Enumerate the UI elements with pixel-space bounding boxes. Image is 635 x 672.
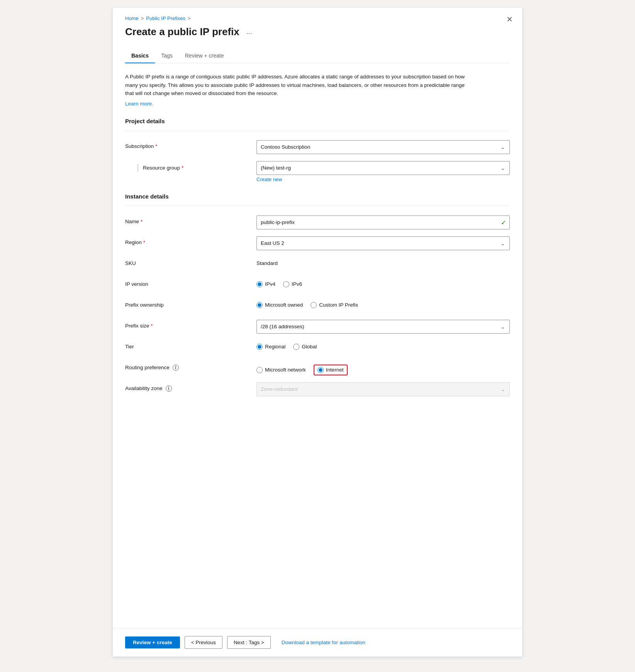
- panel-body: A Public IP prefix is a range of contigu…: [113, 63, 522, 657]
- tier-global-radio[interactable]: [293, 344, 299, 350]
- tab-bar: Basics Tags Review + create: [125, 49, 510, 63]
- region-select[interactable]: East US 2: [256, 236, 510, 250]
- name-required: *: [141, 219, 143, 224]
- tier-control: Regional Global: [256, 341, 510, 350]
- review-create-button[interactable]: Review + create: [125, 636, 180, 648]
- routing-internet[interactable]: Internet: [318, 367, 344, 373]
- ip-version-ipv6-label: IPv6: [292, 281, 302, 287]
- availability-zone-select: Zone-redundant: [256, 382, 510, 396]
- tier-regional-label: Regional: [265, 344, 285, 350]
- name-check-icon: ✓: [501, 219, 506, 226]
- region-row: Region * East US 2: [125, 236, 510, 250]
- learn-more-link[interactable]: Learn more.: [125, 101, 153, 107]
- breadcrumb-sep1: >: [141, 15, 144, 21]
- tier-regional-radio[interactable]: [256, 344, 263, 350]
- prefix-size-required: *: [151, 323, 153, 329]
- ip-version-ipv6-radio[interactable]: [283, 281, 289, 287]
- name-label: Name *: [125, 216, 256, 224]
- prefix-ownership-microsoft-radio[interactable]: [256, 302, 263, 308]
- prefix-size-row: Prefix size * /28 (16 addresses): [125, 320, 510, 334]
- prefix-ownership-control: Microsoft owned Custom IP Prefix: [256, 299, 510, 308]
- resource-group-select[interactable]: (New) test-rg: [256, 161, 510, 175]
- routing-preference-label: Routing preference i: [125, 361, 256, 371]
- tab-tags[interactable]: Tags: [155, 49, 179, 63]
- resource-group-select-wrapper: (New) test-rg: [256, 161, 510, 175]
- availability-zone-select-wrapper: Zone-redundant: [256, 382, 510, 396]
- routing-preference-row: Routing preference i Microsoft network I…: [125, 361, 510, 375]
- prefix-size-control: /28 (16 addresses): [256, 320, 510, 334]
- previous-button[interactable]: < Previous: [185, 636, 222, 649]
- ip-version-ipv4[interactable]: IPv4: [256, 281, 275, 287]
- ip-version-row: IP version IPv4 IPv6: [125, 278, 510, 292]
- tier-global[interactable]: Global: [293, 344, 317, 350]
- create-panel: Home > Public IP Prefixes > Create a pub…: [113, 8, 522, 657]
- subscription-required: *: [155, 143, 157, 149]
- routing-microsoft-label: Microsoft network: [265, 367, 306, 373]
- sku-value: Standard: [256, 257, 510, 266]
- ellipsis-button[interactable]: ...: [244, 27, 255, 37]
- tier-label: Tier: [125, 341, 256, 350]
- name-control: ✓: [256, 216, 510, 229]
- availability-zone-control: Zone-redundant: [256, 382, 510, 396]
- section-divider-1: [125, 131, 510, 131]
- create-new-link[interactable]: Create new: [256, 176, 510, 182]
- tier-regional[interactable]: Regional: [256, 344, 285, 350]
- region-label: Region *: [125, 236, 256, 245]
- tab-basics[interactable]: Basics: [125, 49, 155, 63]
- tier-row: Tier Regional Global: [125, 341, 510, 355]
- sku-row: SKU Standard: [125, 257, 510, 271]
- section-instance-details: Instance details: [125, 193, 510, 200]
- panel-footer: Review + create < Previous Next : Tags >…: [113, 628, 522, 657]
- routing-microsoft-radio[interactable]: [256, 367, 263, 373]
- breadcrumb-home[interactable]: Home: [125, 15, 139, 21]
- tier-radio-group: Regional Global: [256, 341, 510, 350]
- region-select-wrapper: East US 2: [256, 236, 510, 250]
- sku-control: Standard: [256, 257, 510, 266]
- prefix-size-select-wrapper: /28 (16 addresses): [256, 320, 510, 334]
- ip-version-ipv4-label: IPv4: [265, 281, 275, 287]
- routing-internet-radio[interactable]: [318, 367, 324, 373]
- prefix-ownership-microsoft[interactable]: Microsoft owned: [256, 302, 303, 308]
- resource-group-label: Resource group *: [125, 161, 256, 172]
- routing-preference-control: Microsoft network Internet: [256, 361, 510, 375]
- download-template-link[interactable]: Download a template for automation: [282, 640, 365, 645]
- breadcrumb: Home > Public IP Prefixes >: [125, 15, 510, 21]
- availability-zone-row: Availability zone i Zone-redundant: [125, 382, 510, 396]
- section-project-details: Project details: [125, 118, 510, 124]
- next-button[interactable]: Next : Tags >: [227, 636, 271, 649]
- name-input[interactable]: [256, 216, 510, 229]
- routing-preference-radio-group: Microsoft network Internet: [256, 361, 510, 375]
- region-control: East US 2: [256, 236, 510, 250]
- sku-label: SKU: [125, 257, 256, 266]
- breadcrumb-prefixes[interactable]: Public IP Prefixes: [146, 15, 185, 21]
- prefix-size-select[interactable]: /28 (16 addresses): [256, 320, 510, 334]
- availability-zone-label: Availability zone i: [125, 382, 256, 392]
- tab-review-create[interactable]: Review + create: [179, 49, 230, 63]
- close-button[interactable]: ✕: [506, 15, 513, 23]
- prefix-ownership-custom-radio[interactable]: [311, 302, 317, 308]
- ip-version-ipv4-radio[interactable]: [256, 281, 263, 287]
- routing-preference-info-icon[interactable]: i: [173, 365, 179, 371]
- prefix-ownership-row: Prefix ownership Microsoft owned Custom …: [125, 299, 510, 313]
- tier-global-label: Global: [302, 344, 317, 350]
- prefix-ownership-custom[interactable]: Custom IP Prefix: [311, 302, 358, 308]
- routing-microsoft[interactable]: Microsoft network: [256, 367, 306, 373]
- name-row: Name * ✓: [125, 216, 510, 229]
- ip-version-ipv6[interactable]: IPv6: [283, 281, 302, 287]
- prefix-ownership-microsoft-label: Microsoft owned: [265, 302, 303, 308]
- prefix-ownership-radio-group: Microsoft owned Custom IP Prefix: [256, 299, 510, 308]
- prefix-size-label: Prefix size *: [125, 320, 256, 329]
- subscription-select-wrapper: Contoso Subscription: [256, 140, 510, 154]
- subscription-row: Subscription * Contoso Subscription: [125, 140, 510, 154]
- ip-version-label: IP version: [125, 278, 256, 287]
- panel-header: Home > Public IP Prefixes > Create a pub…: [113, 8, 522, 41]
- page-title: Create a public IP prefix: [125, 26, 239, 38]
- subscription-label: Subscription *: [125, 140, 256, 149]
- resource-group-row: Resource group * (New) test-rg Create ne…: [125, 161, 510, 182]
- name-input-wrapper: ✓: [256, 216, 510, 229]
- ip-version-control: IPv4 IPv6: [256, 278, 510, 287]
- title-row: Create a public IP prefix ...: [125, 26, 510, 38]
- subscription-select[interactable]: Contoso Subscription: [256, 140, 510, 154]
- description-text: A Public IP prefix is a range of contigu…: [125, 73, 473, 98]
- availability-zone-info-icon[interactable]: i: [166, 385, 172, 392]
